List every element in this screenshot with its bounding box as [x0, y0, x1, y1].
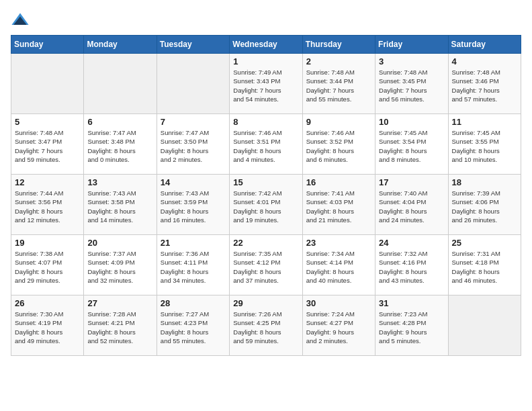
calendar-cell: 4Sunrise: 7:48 AM Sunset: 3:46 PM Daylig… [448, 54, 521, 114]
day-number: 12 [15, 177, 80, 187]
day-number: 4 [452, 56, 517, 66]
calendar-cell: 10Sunrise: 7:45 AM Sunset: 3:54 PM Dayli… [375, 114, 448, 175]
calendar-header: SundayMondayTuesdayWednesdayThursdayFrid… [11, 36, 521, 54]
calendar-cell: 19Sunrise: 7:38 AM Sunset: 4:07 PM Dayli… [11, 235, 84, 295]
calendar-cell: 9Sunrise: 7:46 AM Sunset: 3:52 PM Daylig… [302, 114, 375, 175]
calendar-table: SundayMondayTuesdayWednesdayThursdayFrid… [11, 35, 521, 356]
day-info: Sunrise: 7:48 AM Sunset: 3:44 PM Dayligh… [306, 68, 371, 103]
day-number: 30 [306, 298, 371, 308]
logo [11, 11, 32, 30]
day-number: 29 [233, 298, 298, 308]
day-number: 1 [233, 56, 298, 66]
day-info: Sunrise: 7:39 AM Sunset: 4:06 PM Dayligh… [452, 189, 517, 224]
day-number: 9 [306, 117, 371, 127]
day-number: 15 [233, 177, 298, 187]
day-number: 17 [379, 177, 444, 187]
day-info: Sunrise: 7:47 AM Sunset: 3:48 PM Dayligh… [87, 128, 152, 164]
day-number: 6 [87, 117, 152, 127]
calendar-cell: 21Sunrise: 7:36 AM Sunset: 4:11 PM Dayli… [157, 235, 229, 295]
day-number: 16 [306, 177, 371, 187]
day-info: Sunrise: 7:38 AM Sunset: 4:07 PM Dayligh… [15, 249, 80, 285]
weekday-header: Tuesday [157, 36, 229, 54]
day-info: Sunrise: 7:32 AM Sunset: 4:16 PM Dayligh… [379, 249, 444, 285]
calendar-cell: 5Sunrise: 7:48 AM Sunset: 3:47 PM Daylig… [11, 114, 84, 175]
calendar-cell: 29Sunrise: 7:26 AM Sunset: 4:25 PM Dayli… [230, 295, 302, 356]
weekday-header: Saturday [448, 36, 521, 54]
day-number: 23 [306, 238, 371, 248]
day-info: Sunrise: 7:46 AM Sunset: 3:51 PM Dayligh… [233, 128, 298, 164]
calendar-cell: 7Sunrise: 7:47 AM Sunset: 3:50 PM Daylig… [157, 114, 229, 175]
calendar-cell: 15Sunrise: 7:42 AM Sunset: 4:01 PM Dayli… [230, 175, 302, 235]
calendar-cell: 25Sunrise: 7:31 AM Sunset: 4:18 PM Dayli… [448, 235, 521, 295]
day-info: Sunrise: 7:30 AM Sunset: 4:19 PM Dayligh… [15, 310, 80, 345]
header-row: SundayMondayTuesdayWednesdayThursdayFrid… [11, 36, 521, 54]
calendar-cell: 31Sunrise: 7:23 AM Sunset: 4:28 PM Dayli… [375, 295, 448, 356]
day-info: Sunrise: 7:45 AM Sunset: 3:54 PM Dayligh… [379, 128, 444, 164]
day-info: Sunrise: 7:36 AM Sunset: 4:11 PM Dayligh… [161, 249, 226, 285]
calendar-cell: 26Sunrise: 7:30 AM Sunset: 4:19 PM Dayli… [11, 295, 84, 356]
day-info: Sunrise: 7:24 AM Sunset: 4:27 PM Dayligh… [306, 310, 371, 345]
calendar-cell: 3Sunrise: 7:48 AM Sunset: 3:45 PM Daylig… [375, 54, 448, 114]
day-info: Sunrise: 7:43 AM Sunset: 3:59 PM Dayligh… [161, 189, 226, 224]
day-info: Sunrise: 7:31 AM Sunset: 4:18 PM Dayligh… [452, 249, 517, 285]
day-info: Sunrise: 7:48 AM Sunset: 3:46 PM Dayligh… [452, 68, 517, 103]
calendar-week-row: 26Sunrise: 7:30 AM Sunset: 4:19 PM Dayli… [11, 295, 521, 356]
day-number: 24 [379, 238, 444, 248]
calendar-week-row: 1Sunrise: 7:49 AM Sunset: 3:43 PM Daylig… [11, 54, 521, 114]
calendar-cell: 17Sunrise: 7:40 AM Sunset: 4:04 PM Dayli… [375, 175, 448, 235]
calendar-cell: 18Sunrise: 7:39 AM Sunset: 4:06 PM Dayli… [448, 175, 521, 235]
day-info: Sunrise: 7:35 AM Sunset: 4:12 PM Dayligh… [233, 249, 298, 285]
day-info: Sunrise: 7:34 AM Sunset: 4:14 PM Dayligh… [306, 249, 371, 285]
day-number: 8 [233, 117, 298, 127]
day-number: 19 [15, 238, 80, 248]
day-number: 3 [379, 56, 444, 66]
day-info: Sunrise: 7:48 AM Sunset: 3:47 PM Dayligh… [15, 128, 80, 164]
calendar-cell: 28Sunrise: 7:27 AM Sunset: 4:23 PM Dayli… [157, 295, 229, 356]
day-number: 26 [15, 298, 80, 308]
page-header [11, 11, 521, 30]
day-info: Sunrise: 7:48 AM Sunset: 3:45 PM Dayligh… [379, 68, 444, 103]
day-number: 13 [87, 177, 152, 187]
day-number: 10 [379, 117, 444, 127]
day-info: Sunrise: 7:44 AM Sunset: 3:56 PM Dayligh… [15, 189, 80, 224]
weekday-header: Friday [375, 36, 448, 54]
day-info: Sunrise: 7:40 AM Sunset: 4:04 PM Dayligh… [379, 189, 444, 224]
day-info: Sunrise: 7:42 AM Sunset: 4:01 PM Dayligh… [233, 189, 298, 224]
day-info: Sunrise: 7:46 AM Sunset: 3:52 PM Dayligh… [306, 128, 371, 164]
calendar-cell: 27Sunrise: 7:28 AM Sunset: 4:21 PM Dayli… [84, 295, 157, 356]
calendar-cell: 8Sunrise: 7:46 AM Sunset: 3:51 PM Daylig… [230, 114, 302, 175]
calendar-cell: 13Sunrise: 7:43 AM Sunset: 3:58 PM Dayli… [84, 175, 157, 235]
calendar-cell: 20Sunrise: 7:37 AM Sunset: 4:09 PM Dayli… [84, 235, 157, 295]
day-info: Sunrise: 7:27 AM Sunset: 4:23 PM Dayligh… [161, 310, 226, 345]
calendar-cell: 12Sunrise: 7:44 AM Sunset: 3:56 PM Dayli… [11, 175, 84, 235]
day-info: Sunrise: 7:47 AM Sunset: 3:50 PM Dayligh… [161, 128, 226, 164]
calendar-cell: 2Sunrise: 7:48 AM Sunset: 3:44 PM Daylig… [302, 54, 375, 114]
weekday-header: Wednesday [230, 36, 302, 54]
calendar-cell: 24Sunrise: 7:32 AM Sunset: 4:16 PM Dayli… [375, 235, 448, 295]
calendar-cell: 14Sunrise: 7:43 AM Sunset: 3:59 PM Dayli… [157, 175, 229, 235]
calendar-body: 1Sunrise: 7:49 AM Sunset: 3:43 PM Daylig… [11, 54, 521, 356]
day-number: 28 [161, 298, 226, 308]
day-number: 22 [233, 238, 298, 248]
calendar-cell: 6Sunrise: 7:47 AM Sunset: 3:48 PM Daylig… [84, 114, 157, 175]
calendar-cell: 11Sunrise: 7:45 AM Sunset: 3:55 PM Dayli… [448, 114, 521, 175]
day-info: Sunrise: 7:37 AM Sunset: 4:09 PM Dayligh… [87, 249, 152, 285]
calendar-cell [11, 54, 84, 114]
calendar-cell: 30Sunrise: 7:24 AM Sunset: 4:27 PM Dayli… [302, 295, 375, 356]
calendar-week-row: 12Sunrise: 7:44 AM Sunset: 3:56 PM Dayli… [11, 175, 521, 235]
day-info: Sunrise: 7:23 AM Sunset: 4:28 PM Dayligh… [379, 310, 444, 345]
day-number: 18 [452, 177, 517, 187]
weekday-header: Thursday [302, 36, 375, 54]
day-number: 11 [452, 117, 517, 127]
day-info: Sunrise: 7:41 AM Sunset: 4:03 PM Dayligh… [306, 189, 371, 224]
day-number: 25 [452, 238, 517, 248]
day-number: 21 [161, 238, 226, 248]
day-info: Sunrise: 7:28 AM Sunset: 4:21 PM Dayligh… [87, 310, 152, 345]
calendar-cell: 22Sunrise: 7:35 AM Sunset: 4:12 PM Dayli… [230, 235, 302, 295]
logo-icon [11, 11, 30, 30]
weekday-header: Monday [84, 36, 157, 54]
day-number: 31 [379, 298, 444, 308]
day-number: 2 [306, 56, 371, 66]
calendar-cell: 16Sunrise: 7:41 AM Sunset: 4:03 PM Dayli… [302, 175, 375, 235]
calendar-cell [157, 54, 229, 114]
